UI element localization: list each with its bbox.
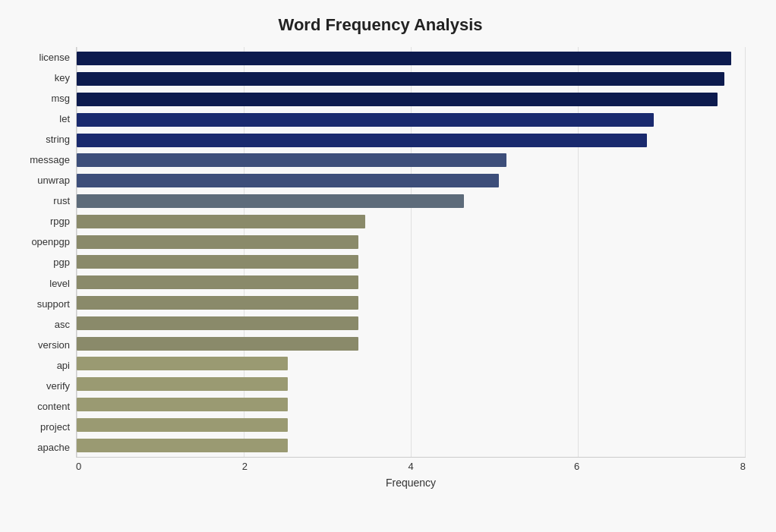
bar <box>77 316 358 330</box>
y-labels: licensekeymsgletstringmessageunwraprustr… <box>15 47 76 458</box>
bar-row <box>77 417 746 433</box>
bar-row <box>77 71 746 87</box>
bar <box>77 194 464 208</box>
bar <box>77 296 358 310</box>
y-label: license <box>15 52 70 62</box>
y-label: string <box>15 134 70 144</box>
bar <box>77 439 288 452</box>
y-label: apache <box>15 442 70 452</box>
y-label: api <box>15 360 70 370</box>
y-label: unwrap <box>15 175 70 185</box>
bar <box>77 52 731 65</box>
x-tick-label: 6 <box>574 461 579 472</box>
bar-row <box>77 376 746 392</box>
bar <box>77 377 288 391</box>
bars-wrapper <box>77 47 746 457</box>
y-label: openpgp <box>15 237 70 247</box>
bar <box>77 134 647 147</box>
x-tick-label: 2 <box>242 461 248 472</box>
bar-row <box>77 152 746 168</box>
y-label: support <box>15 299 70 309</box>
bar-row <box>77 294 746 311</box>
bar <box>77 93 718 106</box>
y-label: msg <box>15 93 70 103</box>
bar <box>77 275 358 289</box>
bar-row <box>77 355 746 372</box>
bar-row <box>77 193 746 209</box>
y-label: key <box>15 73 70 83</box>
x-tick-label: 8 <box>740 461 746 472</box>
bar <box>77 113 654 127</box>
bar-row <box>77 234 746 250</box>
y-label: version <box>15 340 70 350</box>
bar <box>77 418 288 432</box>
y-label: asc <box>15 320 70 329</box>
bar-row <box>77 91 746 108</box>
y-label: level <box>15 279 70 288</box>
y-label: content <box>15 401 70 411</box>
bar <box>77 235 358 249</box>
bar-row <box>77 253 746 270</box>
y-label: rpgp <box>15 216 70 226</box>
x-axis-title: Frequency <box>76 477 746 489</box>
bar-row <box>77 172 746 189</box>
bar <box>77 337 358 351</box>
y-label: verify <box>15 381 70 391</box>
bar-row <box>77 315 746 332</box>
bar-row <box>77 112 746 128</box>
bar-row <box>77 132 746 149</box>
chart-title: Word Frequency Analysis <box>15 15 746 35</box>
bar-row <box>77 50 746 67</box>
bar <box>77 255 358 269</box>
bar-row <box>77 437 746 454</box>
y-label: project <box>15 422 70 432</box>
bar <box>77 153 506 167</box>
bar <box>77 357 288 370</box>
bar-row <box>77 396 746 413</box>
y-label: let <box>15 114 70 124</box>
y-label: message <box>15 155 70 165</box>
bar-row <box>77 335 746 352</box>
x-tick-label: 0 <box>76 461 81 472</box>
bar <box>77 215 365 228</box>
bars-and-grid <box>76 47 746 458</box>
y-label: pgp <box>15 257 70 267</box>
chart-area: licensekeymsgletstringmessageunwraprustr… <box>15 47 746 458</box>
bar <box>77 398 288 411</box>
bar <box>77 72 724 86</box>
x-axis: 02468 <box>76 461 746 472</box>
bar-row <box>77 213 746 230</box>
y-label: rust <box>15 196 70 206</box>
bar <box>77 174 499 187</box>
x-tick-label: 4 <box>408 461 413 472</box>
chart-container: Word Frequency Analysis licensekeymsglet… <box>0 0 776 532</box>
bar-row <box>77 274 746 291</box>
x-labels-row: 02468 <box>76 461 746 472</box>
